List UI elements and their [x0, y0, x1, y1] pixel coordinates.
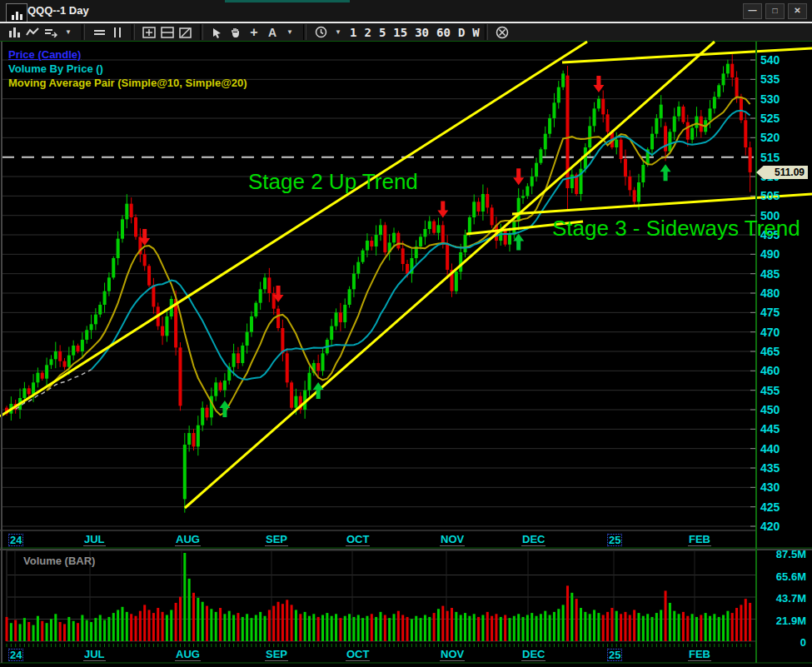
- price-tick-label: 475: [760, 306, 780, 319]
- trendline-stage2-steep: [185, 42, 715, 508]
- trendlines-layer[interactable]: [0, 42, 812, 508]
- moving-averages-layer: [16, 97, 750, 416]
- price-tick-label: 525: [760, 112, 780, 125]
- volume-study-title[interactable]: Volume (BAR): [23, 555, 95, 567]
- month-label: AUG: [175, 534, 201, 546]
- price-tick-label: 490: [760, 247, 780, 261]
- background-window-artifact: [225, 0, 350, 2]
- candles-layer: [5, 54, 752, 512]
- year-label: 24: [8, 649, 23, 661]
- month-label: DEC: [521, 649, 545, 661]
- price-tick-label: 440: [760, 442, 780, 455]
- ma-warmup-line: [16, 370, 92, 409]
- trendline-stage2-lower: [0, 42, 587, 416]
- volume-tick-label: 65.6M: [760, 570, 806, 583]
- price-tick-label: 420: [760, 520, 780, 533]
- year-label: 24: [8, 534, 23, 546]
- month-label: OCT: [346, 649, 370, 661]
- buy-signal-arrow: [660, 164, 671, 181]
- month-label: JUL: [83, 534, 106, 546]
- chart-window: QQQ--1 Day —□✕ ▼ + A ▼: [0, 0, 812, 667]
- price-tick-label: 445: [760, 422, 780, 436]
- price-tick-label: 485: [760, 267, 780, 281]
- price-tick-label: 505: [760, 189, 780, 202]
- price-tick-label: 480: [760, 286, 780, 300]
- volume-tick-label: 21.9M: [760, 615, 806, 627]
- price-tick-label: 435: [760, 461, 780, 475]
- price-tick-label: 535: [760, 72, 780, 86]
- month-label: FEB: [688, 534, 711, 546]
- price-tick-label: 450: [760, 403, 780, 416]
- legend-study-1[interactable]: Volume By Price (): [8, 62, 103, 75]
- main-chart-canvas[interactable]: [0, 0, 812, 667]
- price-tick-label: 520: [760, 131, 780, 144]
- stage2-annotation: Stage 2 Up Trend: [248, 169, 418, 195]
- stage3-annotation: Stage 3 - Sideways Trend: [552, 216, 800, 241]
- price-tick-label: 515: [760, 151, 780, 164]
- volume-tick-label: 87.5M: [760, 548, 806, 560]
- legend-study-2[interactable]: Moving Average Pair (Simple@10, Simple@2…: [8, 77, 247, 89]
- legend-study-0[interactable]: Price (Candle): [8, 48, 81, 61]
- gridlines: [2, 60, 756, 526]
- volume-tick-label: 43.7M: [760, 592, 806, 605]
- price-tick-label: 425: [760, 500, 780, 514]
- month-label: AUG: [175, 649, 201, 661]
- frame-lines: [0, 42, 812, 663]
- price-tick-label: 460: [760, 364, 780, 377]
- month-label: SEP: [265, 649, 288, 661]
- month-label: FEB: [688, 649, 711, 661]
- ma10-line: [47, 97, 750, 416]
- month-label: JUL: [83, 649, 106, 661]
- price-tick-label: 470: [760, 326, 780, 339]
- price-tick-label: 430: [760, 480, 780, 494]
- month-label: NOV: [440, 534, 465, 546]
- buy-signal-arrow: [513, 233, 524, 250]
- month-label: DEC: [521, 534, 545, 546]
- month-label: OCT: [346, 534, 370, 546]
- volume-bars-layer: [6, 553, 752, 647]
- month-label: NOV: [440, 649, 465, 661]
- sell-signal-arrow: [593, 76, 604, 92]
- month-label: SEP: [265, 534, 288, 546]
- year-label: 25: [607, 534, 622, 546]
- last-price-tag: 511.09: [756, 166, 808, 179]
- volume-tick-label: 0: [760, 636, 806, 649]
- price-tick-label: 455: [760, 384, 780, 397]
- price-tick-label: 540: [760, 53, 780, 67]
- price-tick-label: 465: [760, 345, 780, 358]
- year-label: 25: [607, 649, 622, 661]
- price-tick-label: 530: [760, 92, 780, 106]
